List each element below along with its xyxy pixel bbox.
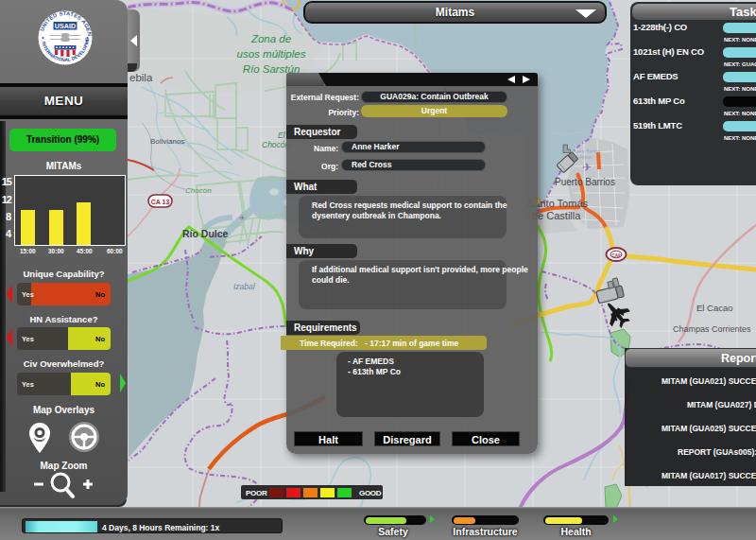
- svg-text:Bolivianos: Bolivianos: [150, 137, 184, 146]
- svg-text:de Castilla: de Castilla: [532, 210, 581, 221]
- svg-text:CA9: CA9: [611, 253, 620, 258]
- svg-text:USAID: USAID: [55, 22, 76, 30]
- svg-text:usos múltiples: usos múltiples: [237, 48, 306, 60]
- svg-text:CA 13: CA 13: [151, 199, 170, 205]
- svg-text:ebila: ebila: [129, 72, 153, 83]
- svg-text:✈: ✈: [582, 161, 592, 174]
- svg-text:✈: ✈: [239, 214, 246, 222]
- svg-text:Río Dulce: Río Dulce: [182, 228, 229, 239]
- svg-text:Puerto Barrios: Puerto Barrios: [573, 149, 601, 154]
- svg-text:El Cacao: El Cacao: [696, 303, 733, 313]
- svg-text:Chocón: Chocón: [185, 186, 212, 195]
- svg-text:Airport: Airport: [579, 155, 593, 160]
- svg-text:Puerto Barrios: Puerto Barrios: [555, 177, 615, 187]
- svg-text:Izabal: Izabal: [233, 282, 256, 291]
- svg-text:El: El: [278, 131, 286, 140]
- svg-text:Champas Corrientes: Champas Corrientes: [673, 324, 751, 334]
- svg-text:Zona de: Zona de: [250, 33, 291, 44]
